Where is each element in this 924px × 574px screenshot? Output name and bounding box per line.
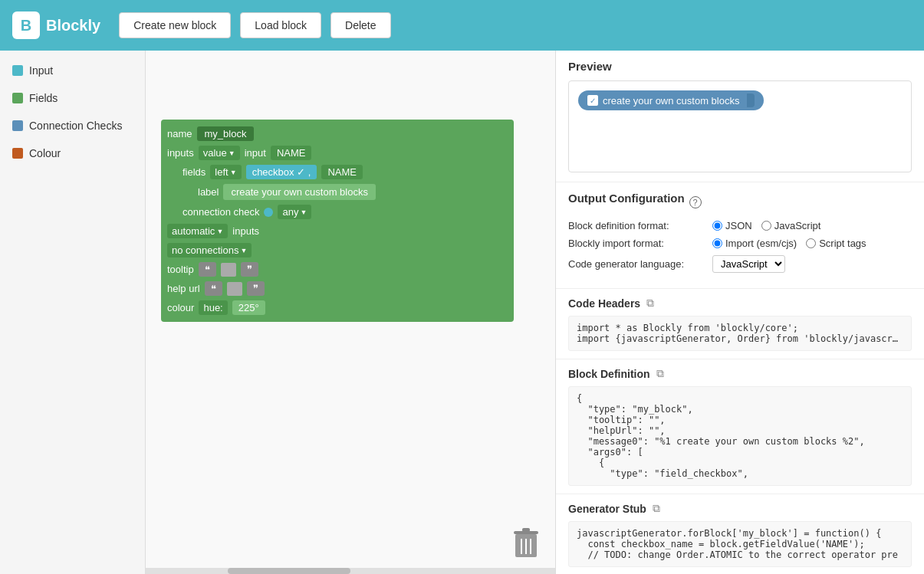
load-block-button[interactable]: Load block xyxy=(240,12,321,38)
generator-stub-section: Generator Stub ⧉ javascriptGenerator.for… xyxy=(556,494,924,574)
format-json-option[interactable]: JSON xyxy=(712,220,752,231)
code-headers-section: Code Headers ⧉ import * as Blockly from … xyxy=(556,289,924,359)
block-canvas[interactable]: name my_block inputs value input NAME fi… xyxy=(146,51,556,574)
import-label: Blockly import format: xyxy=(568,238,706,249)
output-config-title: Output Configuration xyxy=(568,192,685,205)
codegen-label: Code generator language: xyxy=(568,258,706,270)
output-config-help-icon[interactable]: ? xyxy=(689,196,702,208)
generator-stub-copy-icon[interactable]: ⧉ xyxy=(653,502,660,515)
code-headers-title: Code Headers xyxy=(568,297,640,310)
trash-icon[interactable] xyxy=(512,526,540,559)
no-connections-dropdown[interactable]: no connections xyxy=(167,243,252,257)
delete-button[interactable]: Delete xyxy=(330,12,390,38)
code-headers-header: Code Headers ⧉ xyxy=(568,297,912,310)
logo-text: Blockly xyxy=(46,17,100,34)
inputs-dropdown[interactable]: value xyxy=(199,146,240,160)
format-js-label: JavaScript xyxy=(774,220,821,231)
hue-value[interactable]: 225° xyxy=(232,300,265,315)
connection-value[interactable]: any xyxy=(278,205,311,219)
import-row: Blockly import format: Import (esm/cjs) … xyxy=(568,238,912,249)
fields-dot xyxy=(12,93,23,103)
sidebar-label-fields: Fields xyxy=(29,92,58,104)
codegen-select[interactable]: JavaScript Python Dart Lua PHP xyxy=(712,255,785,273)
sidebar-item-colour[interactable]: Colour xyxy=(0,139,145,167)
import-esm-option[interactable]: Import (esm/cjs) xyxy=(712,238,797,249)
colour-row: colour hue: 225° xyxy=(167,300,508,315)
logo-icon: B xyxy=(12,11,40,39)
connection-dot xyxy=(264,208,273,217)
name-row: name my_block xyxy=(167,126,508,141)
import-script-label: Script tags xyxy=(819,238,866,249)
tooltip-quote-close: ❞ xyxy=(241,262,258,277)
header: B Blockly Create new block Load block De… xyxy=(0,0,924,51)
tooltip-row: tooltip ❝ ❞ xyxy=(167,262,508,277)
automatic-dropdown[interactable]: automatic xyxy=(167,224,228,238)
label-row: label create your own custom blocks xyxy=(198,184,508,200)
fields-dropdown[interactable]: left xyxy=(210,165,241,179)
help-url-quote-close: ❞ xyxy=(247,281,265,296)
import-radio-group: Import (esm/cjs) Script tags xyxy=(712,238,866,249)
import-script-radio[interactable] xyxy=(806,238,816,248)
preview-canvas: ✓ create your own custom blocks xyxy=(568,80,912,172)
preview-checkbox-icon: ✓ xyxy=(587,95,598,106)
create-new-block-button[interactable]: Create new block xyxy=(119,12,231,38)
block-definition-header: Block Definition ⧉ xyxy=(568,367,912,380)
format-js-option[interactable]: JavaScript xyxy=(761,220,821,231)
codegen-row: Code generator language: JavaScript Pyth… xyxy=(568,255,912,273)
label-text[interactable]: create your own custom blocks xyxy=(223,184,375,200)
tooltip-spacer xyxy=(221,263,236,277)
help-url-row: help url ❝ ❞ xyxy=(167,281,508,296)
input-dot xyxy=(12,65,23,76)
inputs2-label: inputs xyxy=(232,225,259,237)
sidebar-label-connection-checks: Connection Checks xyxy=(29,120,122,132)
sidebar-item-fields[interactable]: Fields xyxy=(0,84,145,112)
format-row: Block definition format: JSON JavaScript xyxy=(568,220,912,231)
name-value[interactable]: my_block xyxy=(197,126,255,141)
block-definition-section: Block Definition ⧉ { "type": "my_block",… xyxy=(556,359,924,494)
generator-stub-title: Generator Stub xyxy=(568,503,646,515)
canvas-scrollbar[interactable] xyxy=(146,568,555,574)
sidebar-label-input: Input xyxy=(29,64,53,77)
input-name[interactable]: NAME xyxy=(271,146,312,160)
format-json-label: JSON xyxy=(725,220,752,231)
format-js-radio[interactable] xyxy=(761,221,771,231)
block-workspace: name my_block inputs value input NAME fi… xyxy=(161,120,514,322)
preview-puzzle-piece xyxy=(747,93,755,107)
connection-checks-dot xyxy=(12,120,23,131)
svg-rect-2 xyxy=(522,528,530,532)
hue-label[interactable]: hue: xyxy=(199,300,227,315)
main-block: name my_block inputs value input NAME fi… xyxy=(161,120,514,322)
sidebar-item-input[interactable]: Input xyxy=(0,57,145,84)
help-url-quote-open: ❝ xyxy=(205,281,222,296)
preview-title: Preview xyxy=(568,60,912,73)
format-radio-group: JSON JavaScript xyxy=(712,220,820,231)
inputs-row: inputs value input NAME xyxy=(167,146,508,160)
label-keyword: label xyxy=(198,186,219,198)
preview-block: ✓ create your own custom blocks xyxy=(578,90,764,110)
main-content: Input Fields Connection Checks Colour na… xyxy=(0,51,924,574)
output-config-section: Output Configuration ? Block definition … xyxy=(556,182,924,289)
inputs-label: inputs xyxy=(167,147,194,159)
preview-block-text: create your own custom blocks xyxy=(603,95,739,107)
right-panel: Preview ✓ create your own custom blocks … xyxy=(556,51,924,574)
checkbox-label: checkbox ✓ , xyxy=(246,165,317,179)
fields-label: fields xyxy=(182,166,206,178)
automatic-row: automatic inputs xyxy=(167,224,508,238)
colour-label: colour xyxy=(167,302,194,313)
import-esm-radio[interactable] xyxy=(712,238,722,248)
sidebar: Input Fields Connection Checks Colour xyxy=(0,51,146,574)
block-definition-copy-icon[interactable]: ⧉ xyxy=(656,367,664,380)
checkbox-name[interactable]: NAME xyxy=(321,165,363,179)
tooltip-label: tooltip xyxy=(167,264,194,275)
block-definition-content: { "type": "my_block", "tooltip": "", "he… xyxy=(568,386,912,486)
format-json-radio[interactable] xyxy=(712,221,722,231)
fields-row: fields left checkbox ✓ , NAME xyxy=(182,165,508,179)
colour-dot xyxy=(12,148,23,159)
preview-section: Preview ✓ create your own custom blocks xyxy=(556,51,924,182)
generator-stub-header: Generator Stub ⧉ xyxy=(568,502,912,515)
import-script-option[interactable]: Script tags xyxy=(806,238,866,249)
canvas-scrollbar-thumb[interactable] xyxy=(228,568,350,574)
format-label: Block definition format: xyxy=(568,220,706,231)
sidebar-item-connection-checks[interactable]: Connection Checks xyxy=(0,112,145,139)
code-headers-copy-icon[interactable]: ⧉ xyxy=(646,297,654,310)
